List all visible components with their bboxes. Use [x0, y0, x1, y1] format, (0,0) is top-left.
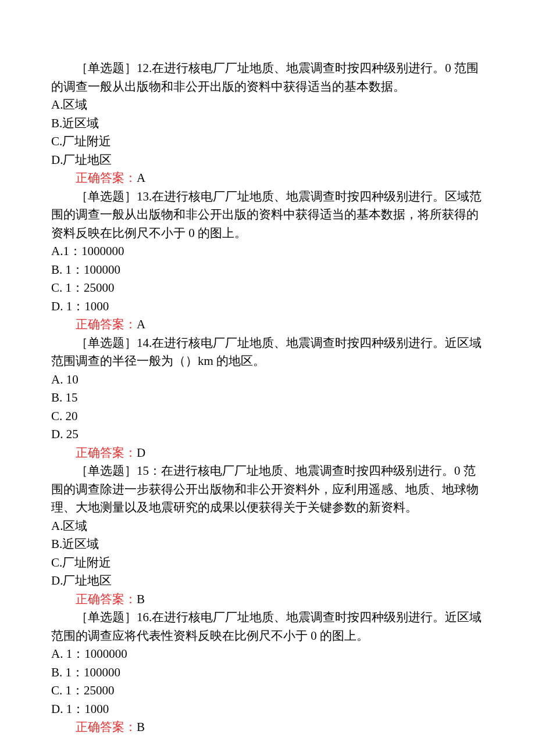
question-stem: ［单选题］16.在进行核电厂厂址地质、地震调查时按四种级别进行。近区域范围的调查… [51, 608, 484, 645]
answer-line: 正确答案：B [51, 590, 484, 609]
option-b: B. 1：100000 [51, 664, 484, 682]
option-c: C. 1：25000 [51, 279, 484, 298]
answer-value: A [137, 317, 145, 331]
question-block: ［单选题］12.在进行核电厂厂址地质、地震调查时按四种级别进行。0 范围的调查一… [51, 59, 484, 188]
question-block: ［单选题］13.在进行核电厂厂址地质、地震调查时按四种级别进行。区域范围的调查一… [51, 188, 484, 334]
question-block: ［单选题］15：在进行核电厂厂址地质、地震调查时按四种级别进行。0 范围的调查除… [51, 462, 484, 608]
option-b: B. 1：100000 [51, 261, 484, 280]
question-stem: ［单选题］14.在进行核电厂厂址地质、地震调查时按四种级别进行。近区域范围调查的… [51, 334, 484, 371]
answer-label: 正确答案： [76, 592, 137, 606]
option-d: D. 1：1000 [51, 298, 484, 316]
document-page: ［单选题］12.在进行核电厂厂址地质、地震调查时按四种级别进行。0 范围的调查一… [0, 0, 535, 756]
option-a: A. 1：1000000 [51, 645, 484, 664]
question-stem: ［单选题］15：在进行核电厂厂址地质、地震调查时按四种级别进行。0 范围的调查除… [51, 462, 484, 517]
question-tag: ［单选题］13. [76, 189, 152, 203]
option-c: C.厂址附近 [51, 132, 484, 151]
answer-label: 正确答案： [76, 720, 137, 734]
option-a: A.区域 [51, 517, 484, 536]
answer-line: 正确答案：D [51, 444, 484, 463]
answer-label: 正确答案： [76, 317, 137, 331]
question-tag: ［单选题］16. [76, 610, 152, 624]
option-c: C. 20 [51, 407, 484, 426]
question-stem: ［单选题］12.在进行核电厂厂址地质、地震调查时按四种级别进行。0 范围的调查一… [51, 59, 484, 96]
option-d: D.厂址地区 [51, 151, 484, 170]
answer-line: 正确答案：A [51, 316, 484, 334]
answer-value: A [137, 171, 145, 185]
option-b: B.近区域 [51, 535, 484, 554]
answer-line: 正确答案：B [51, 718, 484, 737]
option-b: B.近区域 [51, 114, 484, 133]
question-stem: ［单选题］13.在进行核电厂厂址地质、地震调查时按四种级别进行。区域范围的调查一… [51, 188, 484, 243]
answer-label: 正确答案： [76, 171, 137, 185]
answer-label: 正确答案： [76, 446, 137, 460]
question-tag: ［单选题］15： [76, 464, 161, 478]
option-d: D. 25 [51, 425, 484, 444]
answer-line: 正确答案：A [51, 169, 484, 188]
option-c: C.厂址附近 [51, 554, 484, 572]
option-c: C. 1：25000 [51, 682, 484, 700]
option-d: D.厂址地区 [51, 572, 484, 590]
question-block: ［单选题］14.在进行核电厂厂址地质、地震调查时按四种级别进行。近区域范围调查的… [51, 334, 484, 463]
answer-value: B [137, 720, 145, 734]
question-tag: ［单选题］12. [76, 61, 152, 75]
option-b: B. 15 [51, 389, 484, 407]
option-d: D. 1：1000 [51, 700, 484, 719]
question-tag: ［单选题］14. [76, 336, 152, 350]
question-block: ［单选题］16.在进行核电厂厂址地质、地震调查时按四种级别进行。近区域范围的调查… [51, 608, 484, 737]
answer-value: B [137, 592, 145, 606]
option-a: A. 10 [51, 371, 484, 389]
answer-value: D [137, 446, 145, 460]
option-a: A.区域 [51, 96, 484, 114]
option-a: A.1：1000000 [51, 242, 484, 261]
